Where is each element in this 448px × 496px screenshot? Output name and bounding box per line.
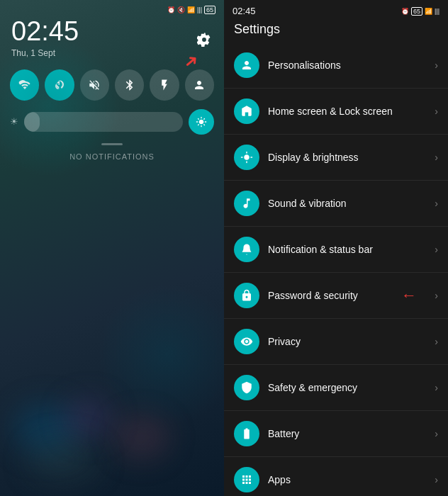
settings-item-display[interactable]: Display & brightness ›: [224, 135, 448, 181]
password-chevron: ›: [435, 290, 438, 301]
brightness-low-icon: ☀: [10, 116, 18, 127]
settings-item-home-screen[interactable]: Home screen & Lock screen ›: [224, 89, 448, 135]
settings-item-sound[interactable]: Sound & vibration ›: [224, 181, 448, 227]
right-panel: 02:45 ⏰ 65 📶 ||| Settings Personalisatio…: [224, 0, 448, 496]
settings-item-battery[interactable]: Battery ›: [224, 411, 448, 457]
signal-bars: |||: [197, 6, 202, 13]
safety-chevron: ›: [435, 382, 438, 393]
display-chevron: ›: [435, 152, 438, 163]
brightness-slider[interactable]: [24, 112, 183, 132]
flashlight-tile[interactable]: [150, 69, 179, 101]
left-panel: ⏰ 🔇 📶 ||| 65 02:45 Thu, 1 Sept ➜: [0, 0, 224, 496]
privacy-icon: [234, 329, 259, 354]
personalisations-icon: [234, 52, 259, 78]
privacy-chevron: ›: [435, 336, 438, 347]
mobile-data-tile[interactable]: [45, 69, 74, 101]
bluetooth-tile[interactable]: [115, 69, 144, 101]
display-label: Display & brightness: [268, 152, 435, 163]
battery-label: Battery: [268, 428, 435, 439]
settings-item-personalisations[interactable]: Personalisations ›: [224, 43, 448, 89]
alarm-icon: ⏰: [167, 6, 175, 13]
safety-icon: [234, 375, 259, 400]
brightness-high-icon[interactable]: [189, 109, 214, 135]
sound-icon: [234, 191, 259, 216]
settings-item-notification[interactable]: Notification & status bar ›: [224, 227, 448, 273]
personalisations-label: Personalisations: [268, 60, 435, 71]
sound-chevron: ›: [435, 198, 438, 209]
no-notifications-label: NO NOTIFICATIONS: [69, 152, 155, 161]
wifi-tile[interactable]: [10, 69, 39, 101]
apps-chevron: ›: [435, 474, 438, 485]
alarm-icon-right: ⏰: [401, 8, 409, 15]
volume-icon: 🔇: [177, 6, 185, 13]
settings-gear-button[interactable]: [194, 30, 214, 50]
right-time: 02:45: [233, 6, 256, 16]
settings-title: Settings: [224, 19, 448, 43]
right-status-bar: 02:45 ⏰ 65 📶 |||: [224, 0, 448, 19]
settings-item-password[interactable]: Password & security ← ›: [224, 273, 448, 319]
wifi-status-icon: 📶: [187, 6, 195, 13]
battery-status: 65: [204, 6, 215, 14]
apps-icon: [234, 467, 259, 492]
left-status-icons: ⏰ 🔇 📶 ||| 65: [167, 6, 215, 14]
safety-label: Safety & emergency: [268, 382, 435, 393]
battery-icon: [234, 421, 259, 446]
password-icon: [234, 283, 259, 308]
settings-item-safety[interactable]: Safety & emergency ›: [224, 365, 448, 411]
right-status-icons: ⏰ 65 📶 |||: [401, 7, 439, 16]
settings-list: Personalisations › Home screen & Lock sc…: [224, 43, 448, 496]
red-arrow-password: ←: [401, 286, 417, 305]
home-screen-label: Home screen & Lock screen: [268, 106, 435, 117]
sound-tile[interactable]: [80, 69, 109, 101]
brightness-row: ☀: [0, 105, 224, 139]
home-screen-icon: [234, 98, 259, 124]
notification-label: Notification & status bar: [268, 244, 435, 255]
home-screen-chevron: ›: [435, 106, 438, 117]
privacy-label: Privacy: [268, 336, 435, 347]
sound-label: Sound & vibration: [268, 198, 435, 209]
battery-icon-right: 65: [411, 7, 422, 16]
divider: [101, 143, 123, 145]
battery-chevron: ›: [435, 428, 438, 439]
notification-chevron: ›: [435, 244, 438, 255]
left-status-bar: ⏰ 🔇 📶 ||| 65: [0, 0, 224, 17]
signal-right: |||: [435, 8, 439, 15]
apps-label: Apps: [268, 474, 435, 485]
wifi-icon-right: 📶: [425, 8, 432, 15]
display-icon: [234, 145, 259, 170]
notification-icon: [234, 237, 259, 262]
portrait-tile[interactable]: [185, 69, 214, 101]
settings-item-privacy[interactable]: Privacy ›: [224, 319, 448, 365]
settings-item-apps[interactable]: Apps ›: [224, 457, 448, 496]
personalisations-chevron: ›: [435, 60, 438, 71]
left-time: 02:45: [11, 17, 213, 47]
